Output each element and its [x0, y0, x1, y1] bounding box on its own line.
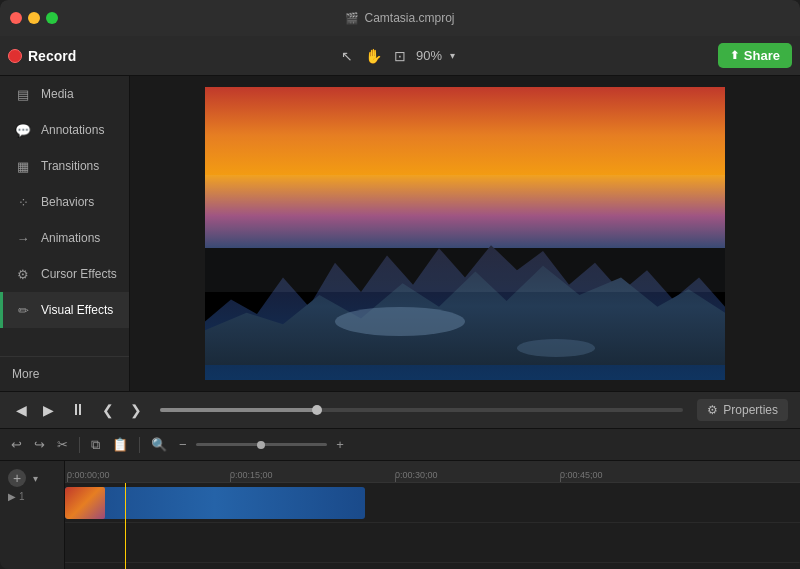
share-label: Share	[744, 48, 780, 63]
ruler-tick-0	[67, 476, 68, 482]
rewind-button[interactable]: ◀	[12, 400, 31, 420]
track-1-label-row: ▶ 1	[4, 489, 60, 504]
timeline-zoom-slider[interactable]	[196, 443, 328, 446]
share-button[interactable]: ⬆ Share	[718, 43, 792, 68]
progress-thumb	[312, 405, 322, 415]
sidebar-item-label: Cursor Effects	[41, 267, 117, 281]
timeline-area: ↩ ↪ ✂ ⧉ 📋 🔍 − + + ▾	[0, 429, 800, 569]
window-title: 🎬 Camtasia.cmproj	[345, 11, 454, 25]
water-layer	[335, 307, 465, 336]
hand-tool-icon[interactable]: ✋	[363, 46, 384, 66]
undo-button[interactable]: ↩	[8, 435, 25, 454]
sidebar-item-label: Behaviors	[41, 195, 94, 209]
record-button[interactable]: Record	[8, 48, 76, 64]
sidebar-item-media[interactable]: ▤ Media	[0, 76, 129, 112]
paste-button[interactable]: 📋	[109, 435, 131, 454]
cursor-effects-icon: ⚙	[13, 266, 33, 282]
track-content-area: 0:00:00;04	[65, 483, 800, 569]
ruler-mark-0: 0:00:00;00	[67, 470, 110, 480]
redo-button[interactable]: ↪	[31, 435, 48, 454]
main-layout: Record ↖ ✋ ⊡ 90% ▾ ⬆ Share ▤ Media 💬 Ann…	[0, 36, 800, 569]
track-controls: + ▾ ▶ 1	[0, 461, 64, 508]
ruler-mark-45: 0:00:45;00	[560, 470, 603, 480]
titlebar: 🎬 Camtasia.cmproj	[0, 0, 800, 36]
water2-layer	[517, 339, 595, 357]
behaviors-icon: ⁘	[13, 194, 33, 210]
copy-button[interactable]: ⧉	[88, 435, 103, 455]
zoom-slider-thumb	[257, 441, 265, 449]
zoom-dropdown-icon[interactable]: ▾	[450, 50, 455, 61]
zoom-level: 90%	[416, 48, 442, 63]
more-label: More	[12, 367, 39, 381]
ruler-tick-15	[230, 476, 231, 482]
track-expand-icon[interactable]: ▾	[30, 471, 41, 486]
visual-effects-icon: ✏	[13, 302, 33, 318]
sidebar-item-cursor-effects[interactable]: ⚙ Cursor Effects	[0, 256, 129, 292]
share-icon: ⬆	[730, 49, 739, 62]
sidebar-item-label: Media	[41, 87, 74, 101]
snow-overlay-layer	[205, 175, 725, 292]
cut-button[interactable]: ✂	[54, 435, 71, 454]
sidebar-item-label: Transitions	[41, 159, 99, 173]
timeline-tracks: + ▾ ▶ 1 0:00:00;00 0:00:15;00	[0, 461, 800, 569]
zoom-in-minus[interactable]: −	[176, 435, 190, 454]
content-area: ▤ Media 💬 Annotations ▦ Transitions ⁘ Be…	[0, 76, 800, 391]
toolbar-separator	[79, 437, 80, 453]
record-label: Record	[28, 48, 76, 64]
record-dot-icon	[8, 49, 22, 63]
canvas-area	[130, 76, 800, 391]
sidebar: ▤ Media 💬 Annotations ▦ Transitions ⁘ Be…	[0, 76, 130, 391]
animations-icon: →	[13, 230, 33, 246]
properties-button[interactable]: ⚙ Properties	[697, 399, 788, 421]
sidebar-item-behaviors[interactable]: ⁘ Behaviors	[0, 184, 129, 220]
step-back-button[interactable]: ❮	[98, 400, 118, 420]
preview-video	[205, 87, 725, 380]
zoom-out-icon[interactable]: 🔍	[148, 435, 170, 454]
sidebar-item-label: Visual Effects	[41, 303, 113, 317]
sidebar-item-label: Annotations	[41, 123, 104, 137]
clip-thumbnail	[65, 487, 105, 519]
fast-forward-button[interactable]: ▶	[39, 400, 58, 420]
timeline-ruler-and-tracks: 0:00:00;00 0:00:15;00 0:00:30;00 0:00:45…	[65, 461, 800, 569]
transitions-icon: ▦	[13, 158, 33, 174]
ruler-tick-30	[395, 476, 396, 482]
tool-group: ↖ ✋ ⊡ 90% ▾	[339, 46, 455, 66]
minimize-button[interactable]	[28, 12, 40, 24]
maximize-button[interactable]	[46, 12, 58, 24]
track-1-arrow[interactable]: ▶	[8, 491, 16, 502]
track-labels: + ▾ ▶ 1	[0, 461, 65, 569]
add-track-button[interactable]: +	[8, 469, 26, 487]
file-type-icon: 🎬	[345, 12, 359, 25]
sidebar-item-animations[interactable]: → Animations	[0, 220, 129, 256]
video-clip[interactable]	[65, 487, 365, 519]
sidebar-more-button[interactable]: More	[0, 356, 129, 391]
playback-bar: ◀ ▶ ⏸ ❮ ❯ ⚙ Properties	[0, 391, 800, 429]
window-controls	[10, 12, 58, 24]
crop-tool-icon[interactable]: ⊡	[392, 46, 408, 66]
gear-icon: ⚙	[707, 403, 718, 417]
table-row	[65, 523, 800, 563]
step-forward-button[interactable]: ❯	[126, 400, 146, 420]
sidebar-item-transitions[interactable]: ▦ Transitions	[0, 148, 129, 184]
table-row: 0:00:00;04	[65, 483, 800, 523]
sidebar-item-label: Animations	[41, 231, 100, 245]
zoom-in-plus[interactable]: +	[333, 435, 347, 454]
close-button[interactable]	[10, 12, 22, 24]
playback-progress[interactable]	[160, 408, 683, 412]
playhead	[125, 483, 126, 569]
sidebar-item-visual-effects[interactable]: ✏ Visual Effects	[0, 292, 129, 328]
timeline-ruler: 0:00:00;00 0:00:15;00 0:00:30;00 0:00:45…	[65, 461, 800, 483]
properties-label: Properties	[723, 403, 778, 417]
pause-button[interactable]: ⏸	[66, 399, 90, 421]
sidebar-item-annotations[interactable]: 💬 Annotations	[0, 112, 129, 148]
timeline-toolbar: ↩ ↪ ✂ ⧉ 📋 🔍 − +	[0, 429, 800, 461]
progress-fill	[160, 408, 317, 412]
toolbar-separator-2	[139, 437, 140, 453]
annotations-icon: 💬	[13, 122, 33, 138]
top-bar: Record ↖ ✋ ⊡ 90% ▾ ⬆ Share	[0, 36, 800, 76]
title-text: Camtasia.cmproj	[364, 11, 454, 25]
ruler-mark-15: 0:00:15;00	[230, 470, 273, 480]
ruler-tick-45	[560, 476, 561, 482]
media-icon: ▤	[13, 86, 33, 102]
select-tool-icon[interactable]: ↖	[339, 46, 355, 66]
